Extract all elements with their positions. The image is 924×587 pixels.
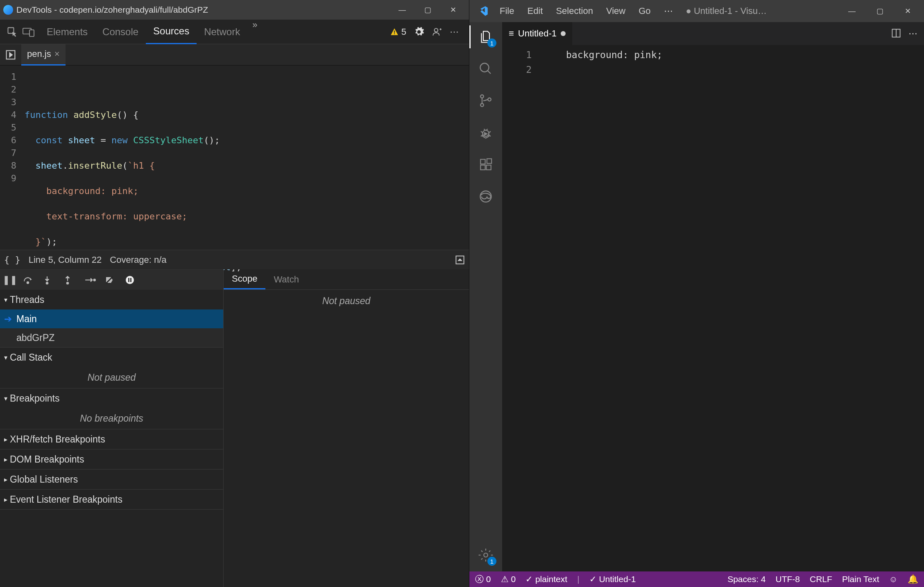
callstack-header[interactable]: Call Stack (0, 348, 223, 367)
editor-tab-untitled1[interactable]: ≡ Untitled-1 (502, 22, 572, 45)
breakpoints-section: Breakpoints No breakpoints (0, 388, 223, 429)
status-eol[interactable]: CRLF (810, 574, 832, 584)
step-into-icon[interactable] (43, 275, 56, 284)
svg-point-10 (27, 282, 29, 283)
threads-header[interactable]: Threads (0, 290, 223, 309)
tab-title: Untitled-1 (518, 28, 557, 39)
editor-statusbar: { } Line 5, Column 22 Coverage: n/a (0, 250, 469, 269)
status-warnings[interactable]: ⚠ 0 (501, 574, 516, 584)
status-plaintext[interactable]: ✓ plaintext (525, 574, 567, 584)
svg-rect-35 (486, 165, 491, 169)
svg-rect-4 (394, 33, 395, 34)
devtools-tabstrip: Elements Console Sources Network » 5 ⋯ (0, 20, 469, 44)
extensions-icon[interactable] (477, 156, 495, 174)
navigator-toggle-icon[interactable] (0, 50, 21, 60)
split-editor-icon[interactable] (891, 28, 901, 39)
close-icon[interactable]: × (54, 49, 60, 59)
svg-line-27 (481, 131, 483, 133)
vscode-code[interactable]: background: pink; (541, 47, 662, 571)
tab-sources[interactable]: Sources (146, 20, 197, 44)
tab-watch[interactable]: Watch (265, 269, 307, 289)
menu-go[interactable]: Go (633, 3, 656, 19)
vscode-editor[interactable]: 1 2 background: pink; (502, 45, 924, 571)
inspect-element-icon[interactable] (4, 24, 20, 40)
vscode-maximize-button[interactable]: ▢ (866, 0, 894, 22)
thread-main[interactable]: Main (0, 309, 223, 328)
file-tab-penjs[interactable]: pen.js × (21, 44, 66, 65)
status-errors[interactable]: ⓧ 0 (475, 573, 491, 585)
menu-edit[interactable]: Edit (521, 3, 548, 19)
issues-badge[interactable]: 5 (390, 27, 406, 37)
svg-rect-34 (480, 165, 485, 169)
step-out-icon[interactable] (64, 275, 76, 284)
tab-scope[interactable]: Scope (224, 269, 265, 289)
menu-view[interactable]: View (600, 3, 631, 19)
close-button[interactable]: ✕ (440, 0, 466, 20)
debugger-sidebar: Threads Main abdGrPZ Call Stack Not paus… (0, 290, 224, 587)
activity-bar: 1 1 (469, 22, 502, 571)
pause-icon[interactable]: ❚❚ (2, 275, 15, 285)
xhr-breakpoints-header[interactable]: XHR/fetch Breakpoints (0, 429, 223, 449)
settings-gear-icon[interactable] (414, 27, 424, 37)
vscode-window-title: ● Untitled-1 - Visu… (679, 6, 838, 16)
maximize-button[interactable]: ▢ (415, 0, 440, 20)
svg-rect-33 (480, 159, 485, 164)
devtools-titlebar[interactable]: DevTools - codepen.io/zoherghadyali/full… (0, 0, 469, 20)
svg-rect-36 (487, 159, 491, 163)
explorer-icon[interactable]: 1 (477, 28, 495, 46)
global-listeners-header[interactable]: Global Listeners (0, 470, 223, 489)
menu-file[interactable]: File (494, 3, 520, 19)
file-tab-label: pen.js (27, 49, 51, 59)
run-debug-icon[interactable] (477, 124, 495, 142)
tab-network[interactable]: Network (197, 20, 247, 44)
vscode-close-button[interactable]: ✕ (894, 0, 922, 22)
settings-icon[interactable]: 1 (477, 546, 495, 564)
svg-point-16 (94, 279, 95, 280)
deactivate-breakpoints-icon[interactable] (105, 275, 117, 284)
svg-rect-2 (29, 30, 34, 36)
editor-more-icon[interactable]: ⋯ (908, 28, 917, 39)
threads-section: Threads Main abdGrPZ (0, 290, 223, 348)
svg-point-23 (480, 95, 484, 98)
more-menu-icon[interactable]: ⋯ (450, 27, 460, 37)
coverage-status[interactable]: Coverage: n/a (110, 255, 166, 265)
status-notifications-icon[interactable]: 🔔 (908, 574, 918, 584)
code-editor[interactable]: 123 456 789 function addStyle() { const … (0, 65, 469, 250)
edge-tools-icon[interactable] (477, 187, 495, 205)
step-icon[interactable] (84, 276, 97, 284)
scope-watch-tabs: Scope Watch (224, 269, 469, 290)
status-encoding[interactable]: UTF-8 (776, 574, 800, 584)
vscode-titlebar[interactable]: File Edit Selection View Go ⋯ ● Untitled… (469, 0, 924, 22)
step-over-icon[interactable] (23, 276, 35, 284)
svg-rect-19 (128, 278, 129, 282)
device-toggle-icon[interactable] (20, 24, 37, 40)
status-filename[interactable]: ✓ Untitled-1 (589, 574, 636, 584)
source-control-icon[interactable] (477, 92, 495, 110)
pause-exceptions-icon[interactable] (125, 275, 138, 284)
svg-point-18 (126, 276, 134, 284)
tab-console[interactable]: Console (95, 20, 146, 44)
breakpoints-header[interactable]: Breakpoints (0, 388, 223, 408)
minimize-button[interactable]: — (390, 0, 415, 20)
status-language[interactable]: Plain Text (842, 574, 879, 584)
dom-breakpoints-header[interactable]: DOM Breakpoints (0, 449, 223, 469)
scope-pane: Not paused (224, 290, 469, 587)
status-feedback-icon[interactable]: ☺ (889, 574, 898, 584)
vscode-minimize-button[interactable]: — (838, 0, 866, 22)
file-icon: ≡ (509, 28, 514, 39)
tabs-overflow-icon[interactable]: » (247, 20, 262, 44)
svg-line-28 (489, 131, 491, 133)
status-spaces[interactable]: Spaces: 4 (727, 574, 765, 584)
tab-elements[interactable]: Elements (39, 20, 95, 44)
menu-more-icon[interactable]: ⋯ (658, 3, 679, 19)
menu-selection[interactable]: Selection (550, 3, 599, 19)
code-content[interactable]: function addStyle() { const sheet = new … (20, 65, 469, 250)
thread-abdgrpz[interactable]: abdGrPZ (0, 328, 223, 347)
toggle-panel-icon[interactable] (455, 255, 465, 265)
event-listener-breakpoints-header[interactable]: Event Listener Breakpoints (0, 490, 223, 509)
search-icon[interactable] (477, 60, 495, 78)
braces-icon[interactable]: { } (4, 255, 20, 265)
svg-line-31 (484, 129, 485, 130)
vscode-statusbar: ⓧ 0 ⚠ 0 ✓ plaintext | ✓ Untitled-1 Space… (469, 571, 924, 587)
profile-icon[interactable] (432, 27, 442, 37)
